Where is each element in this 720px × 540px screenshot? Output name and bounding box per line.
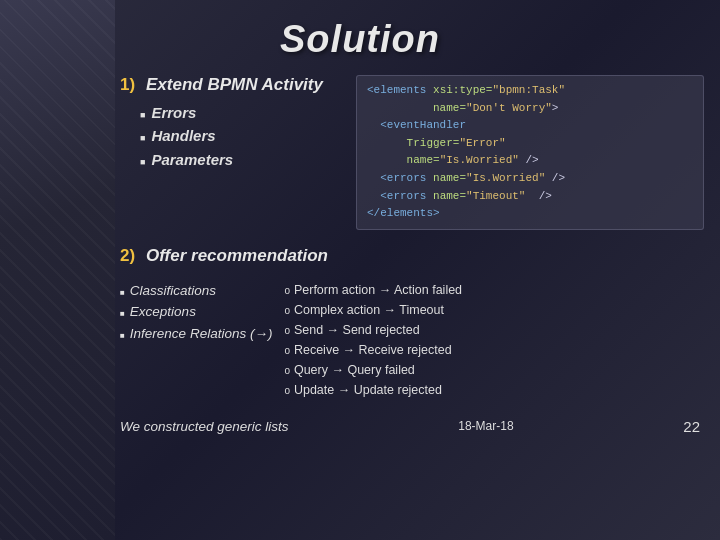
bullet-parameters: Parameters — [140, 148, 340, 171]
full-layout: 1) Extend BPMN Activity Errors Handlers … — [0, 71, 720, 400]
sub-bullet-classifications: Classifications — [120, 280, 272, 302]
bullet-handlers: Handlers — [140, 124, 340, 147]
arrow-item-5: Update → Update rejected — [284, 380, 704, 400]
page-title: Solution — [0, 0, 720, 71]
section2-container: 2) Offer recommendation Classifications … — [120, 246, 704, 400]
arrow-item-4: Query → Query failed — [284, 360, 704, 380]
arrow-list: Perform action → Action failed Complex a… — [284, 280, 704, 400]
main-content: Solution 1) Extend BPMN Activity Errors … — [0, 0, 720, 540]
offer-left: Classifications Exceptions Inference Rel… — [120, 280, 272, 400]
section2-title: Offer recommendation — [146, 246, 328, 266]
date-text: 18-Mar-18 — [458, 419, 513, 433]
offer-layout: Classifications Exceptions Inference Rel… — [120, 280, 704, 400]
section1-header: 1) Extend BPMN Activity — [120, 75, 340, 95]
sub-bullet-exceptions: Exceptions — [120, 301, 272, 323]
arrow-item-2: Send → Send rejected — [284, 320, 704, 340]
section1-bullets: Errors Handlers Parameters — [120, 101, 340, 171]
sub-bullet-list: Classifications Exceptions Inference Rel… — [120, 280, 272, 345]
arrow-item-0: Perform action → Action failed — [284, 280, 704, 300]
arrow-item-3: Receive → Receive rejected — [284, 340, 704, 360]
footer-text: We constructed generic lists — [120, 419, 289, 434]
top-row: 1) Extend BPMN Activity Errors Handlers … — [120, 75, 704, 238]
section1-number: 1) — [120, 75, 138, 95]
section1-container: 1) Extend BPMN Activity Errors Handlers … — [120, 75, 340, 238]
offer-right: Perform action → Action failed Complex a… — [284, 280, 704, 400]
footer-row: We constructed generic lists 18-Mar-18 2… — [0, 414, 720, 435]
code-block-container: <elements xsi:type="bpmn:Task" name="Don… — [356, 75, 704, 238]
sub-bullet-inference: Inference Relations (→) — [120, 323, 272, 345]
bullet-errors: Errors — [140, 101, 340, 124]
section1-title: Extend BPMN Activity — [146, 75, 323, 95]
section2-number: 2) — [120, 246, 138, 266]
section2-header: 2) Offer recommendation — [120, 246, 704, 274]
page-number: 22 — [683, 418, 700, 435]
arrow-item-1: Complex action → Timeout — [284, 300, 704, 320]
code-block: <elements xsi:type="bpmn:Task" name="Don… — [356, 75, 704, 230]
